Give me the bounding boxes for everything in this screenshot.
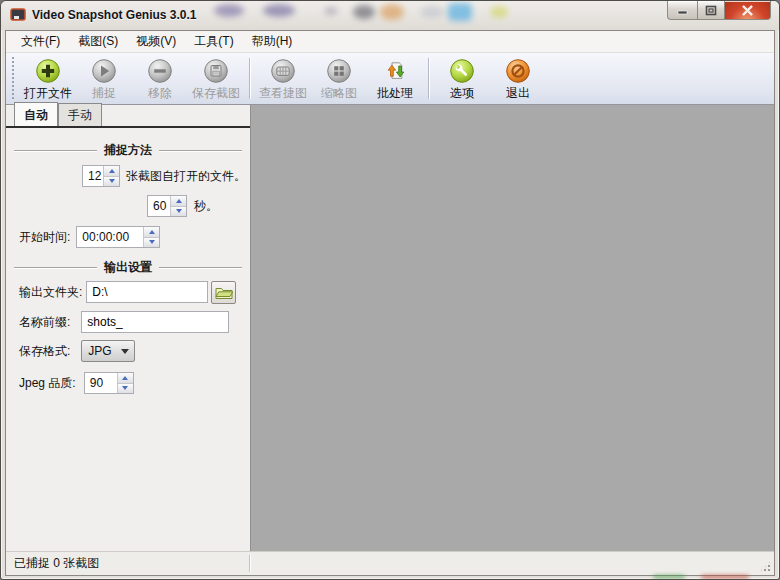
down-arrow-icon [176, 209, 182, 213]
statusbar: 已捕捉 0 张截图 [6, 551, 774, 575]
preview-area [250, 105, 774, 551]
up-arrow-icon [176, 199, 182, 203]
divider [159, 150, 242, 151]
auto-tab-page: 捕捉方法 12 张截图自打开的文件。 [6, 128, 250, 551]
save-format-value: JPG [88, 344, 111, 358]
save-snapshot-button: 保存截图 [188, 53, 244, 104]
divider [159, 267, 242, 268]
up-arrow-icon [109, 169, 115, 173]
exit-button[interactable]: 退出 [490, 53, 546, 104]
section-title: 捕捉方法 [104, 142, 152, 159]
toolbar-separator [428, 58, 429, 99]
down-arrow-icon [122, 386, 128, 390]
output-folder-input[interactable]: D:\ [86, 281, 208, 303]
section-title: 输出设置 [104, 259, 152, 276]
start-time-field[interactable]: 00:00:00 [76, 226, 160, 248]
toolbar-gripper[interactable] [10, 57, 17, 100]
menu-tools[interactable]: 工具(T) [185, 30, 242, 53]
spinner-buttons[interactable] [143, 227, 159, 247]
menu-file[interactable]: 文件(F) [12, 30, 69, 53]
open-file-icon [35, 57, 61, 84]
jpeg-quality-label: Jpeg 品质: [19, 375, 76, 392]
interval-label: 秒。 [194, 198, 218, 215]
spin-down-button[interactable] [118, 383, 133, 394]
spin-down-button[interactable] [171, 206, 186, 217]
close-button[interactable] [725, 1, 771, 20]
capture-method-section-header: 捕捉方法 [14, 142, 242, 159]
remove-icon [147, 57, 173, 84]
frames-count-label: 张截图自打开的文件。 [126, 168, 246, 185]
toolbar-label: 选项 [450, 85, 474, 102]
interval-stepper[interactable]: 60 [147, 195, 187, 217]
spin-up-button[interactable] [104, 166, 119, 176]
exit-icon [505, 57, 531, 84]
save-format-label: 保存格式: [19, 343, 70, 360]
menu-snapshot[interactable]: 截图(S) [69, 30, 127, 53]
spin-up-button[interactable] [144, 227, 159, 237]
chevron-down-icon [121, 349, 129, 354]
toolbar-label: 缩略图 [321, 85, 357, 102]
save-format-dropdown[interactable]: JPG [81, 340, 135, 362]
name-prefix-label: 名称前缀: [19, 314, 70, 331]
resize-grip[interactable] [759, 560, 772, 573]
glass-reflection [263, 4, 295, 17]
menu-video[interactable]: 视频(V) [127, 30, 185, 53]
save-snapshot-icon [203, 57, 229, 84]
tab-manual[interactable]: 手动 [58, 103, 102, 126]
up-arrow-icon [149, 230, 155, 234]
glass-reflection [324, 7, 338, 15]
settings-panel: 自动 手动 捕捉方法 12 [6, 105, 250, 551]
browse-folder-button[interactable] [211, 281, 236, 304]
toolbar-label: 捕捉 [92, 85, 116, 102]
divider [14, 267, 97, 268]
spin-up-button[interactable] [118, 373, 133, 383]
start-time-value: 00:00:00 [77, 227, 143, 247]
jpeg-quality-stepper[interactable]: 90 [84, 372, 134, 394]
output-folder-label: 输出文件夹: [19, 284, 82, 301]
toolbar-label: 保存截图 [192, 85, 240, 102]
spinner-buttons[interactable] [103, 166, 119, 186]
spin-down-button[interactable] [104, 176, 119, 187]
window-title: Video Snapshot Genius 3.0.1 [32, 8, 197, 22]
toolbar-label: 批处理 [377, 85, 413, 102]
maximize-button[interactable] [697, 1, 725, 20]
toolbar-label: 移除 [148, 85, 172, 102]
down-arrow-icon [109, 179, 115, 183]
up-arrow-icon [122, 376, 128, 380]
spin-down-button[interactable] [144, 237, 159, 248]
spinner-buttons[interactable] [117, 373, 133, 393]
tab-auto[interactable]: 自动 [14, 102, 58, 126]
glass-reflection [448, 3, 472, 21]
spinner-buttons[interactable] [170, 196, 186, 216]
open-file-button[interactable]: 打开文件 [20, 53, 76, 104]
menu-help[interactable]: 帮助(H) [243, 30, 302, 53]
statusbar-divider [249, 555, 250, 572]
capture-icon [91, 57, 117, 84]
frames-count-stepper[interactable]: 12 [82, 165, 120, 187]
glass-reflection [214, 4, 244, 17]
options-icon [449, 57, 475, 84]
frames-count-value: 12 [83, 166, 103, 186]
toolbar-separator [249, 58, 250, 99]
titlebar[interactable]: Video Snapshot Genius 3.0.1 [1, 1, 779, 30]
divider [14, 150, 97, 151]
output-settings-section-header: 输出设置 [14, 259, 242, 276]
glass-reflection [420, 6, 444, 18]
tabstrip: 自动 手动 [6, 105, 250, 128]
minimize-button[interactable] [667, 1, 697, 20]
menubar: 文件(F) 截图(S) 视频(V) 工具(T) 帮助(H) [6, 31, 774, 53]
view-snapshots-icon [270, 57, 296, 84]
batch-process-button[interactable]: 批处理 [367, 53, 423, 104]
glass-reflection [490, 6, 508, 18]
name-prefix-input[interactable]: shots_ [81, 311, 229, 333]
spin-up-button[interactable] [171, 196, 186, 206]
options-button[interactable]: 选项 [434, 53, 490, 104]
thumbnails-icon [326, 57, 352, 84]
capture-button: 捕捉 [76, 53, 132, 104]
client-area: 文件(F) 截图(S) 视频(V) 工具(T) 帮助(H) [5, 30, 775, 576]
glass-reflection [653, 575, 685, 579]
app-icon [10, 7, 27, 23]
toolbar-label: 打开文件 [24, 85, 72, 102]
capture-count-status: 已捕捉 0 张截图 [6, 555, 99, 572]
toolbar-label: 退出 [506, 85, 530, 102]
